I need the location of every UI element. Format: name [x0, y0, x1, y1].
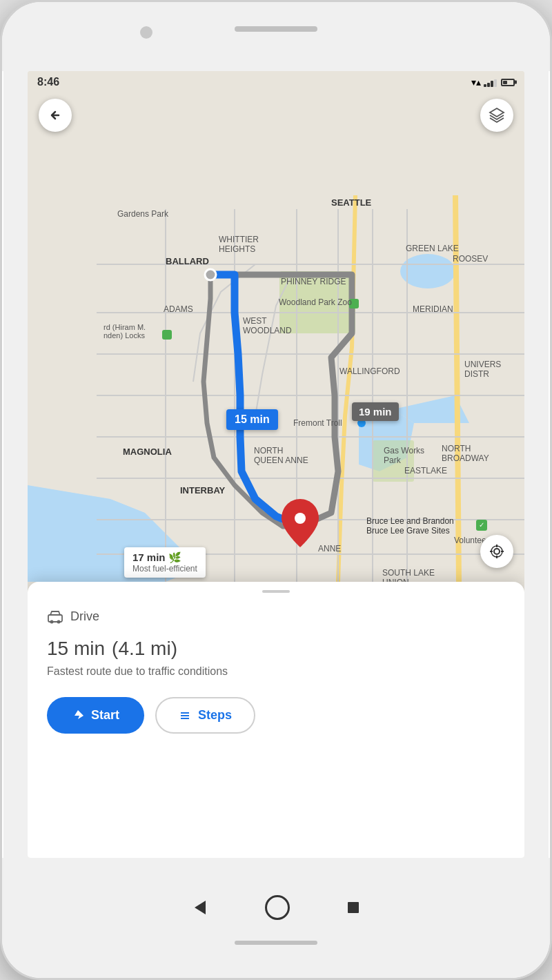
- recent-nav-button[interactable]: [345, 899, 362, 916]
- svg-point-35: [50, 620, 54, 623]
- back-nav-icon: [190, 898, 210, 917]
- layers-icon: [489, 107, 505, 124]
- wifi-icon: ▾▴: [471, 77, 481, 88]
- panel-mode-text: Drive: [70, 609, 99, 624]
- phone-bottom: [2, 858, 550, 980]
- signal-bar-1: [484, 84, 486, 87]
- start-button[interactable]: Start: [47, 697, 144, 734]
- car-icon: [47, 610, 63, 624]
- layers-button[interactable]: [480, 99, 513, 132]
- camera: [140, 26, 152, 39]
- eco-time: 17 min 🌿: [132, 551, 197, 564]
- home-nav-button[interactable]: [265, 895, 290, 920]
- back-arrow-icon: [48, 108, 62, 122]
- svg-marker-40: [195, 901, 206, 914]
- phone-top: [2, 2, 550, 71]
- svg-point-29: [491, 546, 502, 557]
- location-icon: [489, 543, 505, 560]
- navigation-icon: [72, 709, 84, 722]
- svg-point-19: [205, 269, 216, 280]
- back-nav-button[interactable]: [190, 898, 210, 917]
- status-time: 8:46: [37, 76, 59, 88]
- steps-button[interactable]: Steps: [155, 697, 255, 734]
- bottom-panel: Drive 15 min (4.1 mi) Fastest route due …: [28, 582, 524, 858]
- svg-rect-2: [279, 271, 355, 333]
- svg-point-28: [494, 549, 500, 554]
- svg-point-1: [400, 254, 455, 288]
- eco-subtitle: Most fuel-efficient: [132, 564, 197, 574]
- back-button[interactable]: [39, 99, 72, 132]
- home-nav-circle: [265, 895, 290, 920]
- panel-subtitle: Fastest route due to traffic conditions: [47, 665, 505, 678]
- nav-buttons: [190, 895, 362, 920]
- svg-rect-41: [348, 902, 359, 913]
- svg-point-36: [57, 620, 61, 623]
- route-label-19min: 19 min: [352, 402, 399, 421]
- route-label-eco: 17 min 🌿 Most fuel-efficient: [124, 547, 206, 578]
- location-button[interactable]: [480, 535, 513, 568]
- bottom-bar: [235, 941, 317, 945]
- steps-icon: [179, 709, 191, 722]
- panel-handle: [262, 590, 290, 593]
- status-bar: 8:46 ▾▴: [28, 71, 524, 93]
- signal-bars: [484, 77, 497, 87]
- panel-buttons: Start Steps: [47, 697, 505, 734]
- speaker: [235, 26, 317, 32]
- signal-bar-4: [494, 79, 497, 87]
- battery-fill: [503, 81, 507, 84]
- recent-nav-icon: [345, 899, 362, 916]
- svg-rect-26: [162, 330, 172, 340]
- route-label-15min: 15 min: [226, 409, 278, 430]
- signal-bar-2: [487, 83, 490, 87]
- map-svg: ✓: [28, 71, 524, 582]
- phone-screen: 8:46 ▾▴: [28, 71, 524, 858]
- phone-frame: 8:46 ▾▴: [0, 0, 552, 980]
- battery-icon: [501, 79, 515, 86]
- map-area: ✓ SEATTLE Gardens Park BALLARD WHITTIERH…: [28, 71, 524, 582]
- panel-duration: 15 min (4.1 mi): [47, 632, 505, 661]
- status-icons: ▾▴: [471, 77, 515, 88]
- svg-text:✓: ✓: [479, 521, 484, 529]
- svg-point-21: [295, 513, 306, 524]
- signal-bar-3: [491, 81, 493, 87]
- svg-rect-25: [349, 299, 359, 308]
- panel-mode: Drive: [47, 609, 505, 624]
